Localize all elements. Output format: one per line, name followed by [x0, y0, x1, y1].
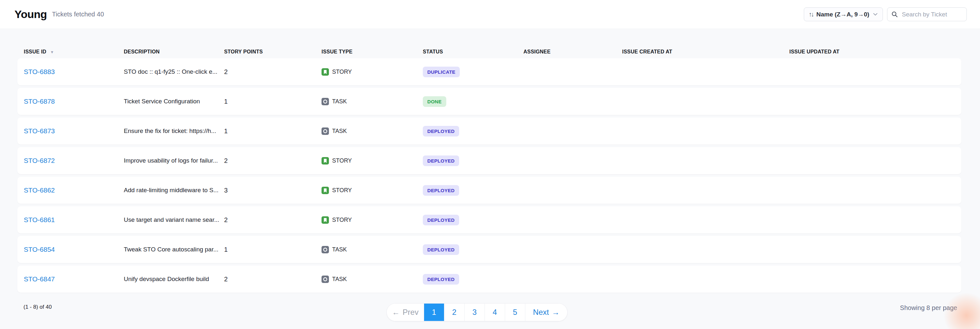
story-points-value: 1 [224, 246, 321, 253]
issue-type-cell: STORY [321, 187, 423, 194]
sort-caret-down-icon: ▼ [50, 50, 54, 54]
story-points-value: 3 [224, 187, 321, 194]
status-badge: DEPLOYED [423, 155, 459, 166]
per-page-label: Showing 8 per page [900, 304, 957, 311]
range-label: (1 - 8) of 40 [24, 304, 52, 310]
ticket-description: Improve usability of logs for failur... [124, 157, 224, 164]
ticket-description: Tweak STO Core autoscaling par... [124, 246, 224, 253]
column-header-issue-type: ISSUE TYPE [321, 49, 423, 55]
table-row: STO-6883 STO doc :: q1-fy25 :: One-click… [18, 58, 961, 85]
table-row: STO-6854 Tweak STO Core autoscaling par.… [18, 236, 961, 263]
ticket-id-link[interactable]: STO-6847 [24, 275, 55, 283]
table-row: STO-6861 Use target and variant name sea… [18, 206, 961, 233]
task-icon [321, 276, 329, 283]
page-button-1[interactable]: 1 [424, 303, 444, 321]
story-points-value: 2 [224, 276, 321, 283]
header-controls: ↑↓ Name (Z→A, 9→0) [804, 7, 967, 21]
table-footer: (1 - 8) of 40 ← Prev 12345 Next → Showin… [0, 295, 980, 329]
pagination: ← Prev 12345 Next → [387, 303, 568, 321]
status-badge: DUPLICATE [423, 67, 460, 77]
app-header: Young Tickets fetched 40 ↑↓ Name (Z→A, 9… [0, 0, 980, 29]
tickets-fetched-label: Tickets fetched 40 [52, 11, 104, 18]
story-points-value: 1 [224, 98, 321, 105]
column-header-story-points: STORY POINTS [224, 49, 321, 55]
ticket-id-link[interactable]: STO-6861 [24, 216, 55, 224]
table-row: STO-6872 Improve usability of logs for f… [18, 147, 961, 174]
task-icon [321, 128, 329, 135]
issue-type-cell: STORY [321, 157, 423, 164]
table-row: STO-6878 Ticket Service Configuration 1 … [18, 88, 961, 115]
story-points-value: 2 [224, 157, 321, 164]
page-title: Young [14, 8, 47, 21]
status-badge: DEPLOYED [423, 244, 459, 255]
ticket-id-link[interactable]: STO-6862 [24, 186, 55, 194]
table-row: STO-6873 Ensure the fix for ticket: http… [18, 118, 961, 145]
column-header-issue-id[interactable]: ISSUE ID ▼ [24, 49, 124, 55]
column-header-assignee: ASSIGNEE [523, 49, 622, 55]
ticket-id-link[interactable]: STO-6873 [24, 127, 55, 134]
page-button-2[interactable]: 2 [444, 303, 465, 321]
next-button[interactable]: Next → [525, 303, 567, 321]
ticket-id-link[interactable]: STO-6878 [24, 97, 55, 105]
ticket-id-link[interactable]: STO-6872 [24, 157, 55, 164]
column-header-status: STATUS [423, 49, 523, 55]
issue-type-label: TASK [332, 98, 347, 105]
story-points-value: 2 [224, 216, 321, 224]
column-header-description: DESCRIPTION [124, 49, 224, 55]
page-button-3[interactable]: 3 [465, 303, 485, 321]
story-icon [321, 157, 329, 164]
column-header-issue-updated-at: ISSUE UPDATED AT [789, 49, 961, 55]
arrow-right-icon: → [552, 308, 560, 317]
status-badge: DEPLOYED [423, 185, 459, 196]
issue-type-label: TASK [332, 246, 347, 253]
ticket-id-link[interactable]: STO-6854 [24, 246, 55, 253]
issue-type-label: STORY [332, 217, 352, 224]
task-icon [321, 246, 329, 253]
issue-type-cell: TASK [321, 276, 423, 283]
issue-type-cell: STORY [321, 216, 423, 224]
column-header-issue-created-at: ISSUE CREATED AT [622, 49, 789, 55]
ticket-rows: STO-6883 STO doc :: q1-fy25 :: One-click… [18, 58, 961, 292]
table-row: STO-6847 Unify devspace Dockerfile build… [18, 265, 961, 292]
prev-button[interactable]: ← Prev [387, 303, 424, 321]
issue-type-cell: TASK [321, 98, 423, 105]
ticket-description: STO doc :: q1-fy25 :: One-click e... [124, 68, 224, 75]
search-box [887, 7, 967, 21]
issue-type-label: TASK [332, 128, 347, 134]
table-row: STO-6862 Add rate-limiting middleware to… [18, 177, 961, 204]
sort-dropdown-label: Name (Z→A, 9→0) [816, 11, 869, 18]
issue-type-cell: STORY [321, 68, 423, 76]
arrow-left-icon: ← [392, 308, 400, 317]
story-points-value: 1 [224, 128, 321, 135]
story-icon [321, 216, 329, 224]
page-button-5[interactable]: 5 [505, 303, 525, 321]
sort-arrows-icon: ↑↓ [809, 11, 813, 18]
issue-type-label: STORY [332, 187, 352, 194]
story-icon [321, 68, 329, 76]
status-badge: DEPLOYED [423, 274, 459, 284]
ticket-description: Ticket Service Configuration [124, 98, 224, 105]
task-icon [321, 98, 329, 105]
search-icon [891, 11, 898, 18]
chevron-down-icon [873, 11, 878, 17]
status-badge: DEPLOYED [423, 215, 459, 225]
sort-dropdown[interactable]: ↑↓ Name (Z→A, 9→0) [804, 7, 883, 21]
ticket-description: Unify devspace Dockerfile build [124, 276, 224, 283]
page-button-4[interactable]: 4 [485, 303, 505, 321]
search-input[interactable] [901, 11, 963, 18]
ticket-description: Add rate-limiting middleware to S... [124, 187, 224, 194]
ticket-description: Ensure the fix for ticket: https://h... [124, 128, 224, 134]
status-badge: DEPLOYED [423, 126, 459, 136]
issue-type-label: STORY [332, 69, 352, 75]
ticket-table: ISSUE ID ▼ DESCRIPTION STORY POINTS ISSU… [0, 49, 980, 329]
ticket-description: Use target and variant name sear... [124, 216, 224, 224]
story-icon [321, 187, 329, 194]
issue-type-label: TASK [332, 276, 347, 283]
story-points-value: 2 [224, 68, 321, 76]
issue-type-label: STORY [332, 157, 352, 164]
issue-type-cell: TASK [321, 246, 423, 253]
issue-type-cell: TASK [321, 128, 423, 135]
ticket-id-link[interactable]: STO-6883 [24, 68, 55, 75]
table-header-row: ISSUE ID ▼ DESCRIPTION STORY POINTS ISSU… [18, 49, 961, 55]
status-badge: DONE [423, 96, 446, 107]
